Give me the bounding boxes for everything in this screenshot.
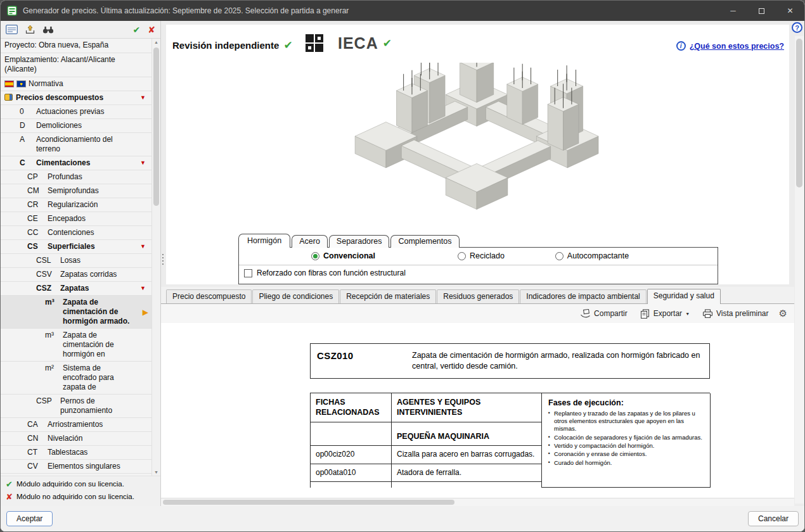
tree-item[interactable]: A Acondicionamiento del terreno ▼ ▶ — [1, 133, 151, 156]
product-tab[interactable]: Complementos — [390, 235, 459, 248]
agents-table: FICHAS RELACIONADAS AGENTES Y EQUIPOS IN… — [310, 393, 710, 488]
maximize-button[interactable] — [747, 1, 776, 21]
review-check-icon: ✔ — [283, 39, 292, 52]
tree-item-code: CV — [27, 462, 48, 471]
tree-item-label: Acondicionamiento del terreno — [36, 135, 139, 154]
tree-item-code: CSV — [36, 270, 60, 279]
preview-label: Vista preliminar — [716, 309, 768, 318]
expanded-arrow-icon: ▼ — [140, 160, 146, 167]
doc-tab[interactable]: Seguridad y salud — [647, 289, 721, 304]
fase-item: Vertido y compactación del hormigón. — [548, 442, 704, 450]
help-button[interactable]: ? — [792, 22, 802, 33]
doc-tab[interactable]: Pliego de condiciones — [252, 289, 339, 303]
tree-item[interactable]: CSP Pernos de punzonamiento ▼ ▶ — [1, 395, 151, 418]
spain-flag-icon — [4, 80, 14, 87]
checkbox-icon[interactable] — [244, 269, 252, 277]
tree-item[interactable]: 0 Actuaciones previas ▼ ▶ — [1, 105, 151, 119]
doc-tab[interactable]: Recepción de materiales — [340, 289, 436, 303]
license-legend: ✔ Módulo adquirido con su licencia. ✘ Mó… — [1, 476, 160, 506]
product-tab[interactable]: Hormigón — [238, 234, 290, 248]
tree-item[interactable]: CR Regularización ▼ ▶ — [1, 198, 151, 212]
confirm-check-icon[interactable]: ✔ — [133, 25, 141, 35]
tree-item[interactable]: C Cimentaciones ▼ ▶ — [1, 156, 151, 170]
scroll-up-icon[interactable]: ▲ — [152, 40, 160, 44]
tree-item[interactable]: CH Hormigones, aceros y ▼ ▶ — [1, 474, 151, 476]
share-icon — [580, 309, 591, 319]
doc-tab[interactable]: Precio descompuesto — [166, 289, 252, 303]
sidebar: ✔ ✘ Proyecto: Obra nueva, España Emplaza… — [1, 21, 161, 506]
fase-item: Colocación de separadores y fijación de … — [548, 434, 704, 441]
project-row[interactable]: Proyecto: Obra nueva, España — [1, 39, 151, 53]
legend-item: ✔ Módulo adquirido con su licencia. — [6, 480, 155, 488]
review-title-text: Revisión independiente — [172, 40, 279, 51]
tree-item[interactable]: D Demoliciones ▼ ▶ — [1, 119, 151, 133]
fiber-checkbox-row[interactable]: Reforzado con fibras con función estruct… — [239, 265, 718, 281]
app-icon — [7, 6, 17, 16]
tree-item[interactable]: CSL Losas ▼ ▶ — [1, 254, 151, 268]
tree-item-code: D — [20, 121, 36, 130]
doc-tab[interactable]: Residuos generados — [437, 289, 519, 303]
selected-arrow-icon: ▶ — [143, 307, 148, 317]
tree-item[interactable]: CA Arriostramientos ▼ ▶ — [1, 418, 151, 432]
cancel-cross-icon[interactable]: ✘ — [148, 25, 155, 35]
export-button[interactable]: Exportar ▼ — [636, 307, 694, 320]
tree-item-code: CSL — [36, 256, 60, 265]
tree-item[interactable]: m³ Zapata de cimentación de hormigón arm… — [1, 296, 151, 329]
tree-item-label: Semiprofundas — [48, 186, 139, 196]
tree-item[interactable]: CN Nivelación ▼ ▶ — [1, 432, 151, 446]
product-tab[interactable]: Separadores — [329, 235, 390, 248]
legend-item: ✘ Módulo no adquirido con su licencia. — [6, 493, 155, 501]
normativa-row[interactable]: Normativa — [1, 77, 151, 92]
close-button[interactable]: ✕ — [776, 1, 804, 21]
product-tabs: HormigónAceroSeparadoresComplementos — [238, 233, 461, 247]
main-scrollbar[interactable] — [795, 36, 804, 504]
doc-tab[interactable]: Indicadores de impacto ambiental — [520, 289, 646, 303]
location-row[interactable]: Emplazamiento: Alacant/Alicante (Alicant… — [1, 53, 151, 77]
tree-item[interactable]: CP Profundas ▼ ▶ — [1, 170, 151, 184]
tree-item-code: CS — [27, 242, 48, 251]
prices-book-icon — [4, 94, 13, 101]
share-button[interactable]: Compartir — [576, 307, 632, 320]
codes-list-icon[interactable] — [6, 25, 18, 34]
hscroll-thumb[interactable] — [163, 500, 454, 505]
gear-icon[interactable]: ⚙ — [777, 308, 789, 319]
radio-option[interactable]: Convencional — [311, 251, 375, 260]
tree-item[interactable]: CC Contenciones ▼ ▶ — [1, 226, 151, 240]
product-tab[interactable]: Acero — [292, 235, 328, 248]
tree-item[interactable]: CSV Zapatas corridas ▼ ▶ — [1, 268, 151, 282]
legend-text: Módulo adquirido con su licencia. — [16, 480, 124, 488]
tree-item[interactable]: CS Superficiales ▼ ▶ — [1, 240, 151, 254]
scroll-down-icon[interactable]: ▼ — [152, 470, 160, 474]
cancel-button[interactable]: Cancelar — [748, 511, 799, 526]
printer-icon — [702, 309, 713, 319]
minimize-button[interactable]: ─ — [719, 1, 747, 21]
accept-button[interactable]: Aceptar — [6, 511, 53, 526]
tree-item[interactable]: Precios descompuestos ▼ ▶ — [1, 91, 151, 105]
product-tab-label: Hormigón — [247, 236, 281, 245]
tree-item[interactable]: CT Tablestacas ▼ ▶ — [1, 446, 151, 460]
sidebar-scroll-thumb[interactable] — [153, 48, 159, 206]
tree-item[interactable]: m³ Zapata de cimentación de hormigón en … — [1, 329, 151, 362]
legend-text: Módulo no adquirido con su licencia. — [16, 493, 134, 500]
tree-item[interactable]: CE Encepados ▼ ▶ — [1, 212, 151, 226]
sidebar-scrollbar[interactable]: ▲ ▼ — [151, 39, 160, 476]
radio-circle-icon — [311, 252, 319, 260]
tree-item[interactable]: m² Sistema de encofrado para zapata de ▼… — [1, 362, 151, 395]
document-hscrollbar[interactable] — [161, 498, 794, 506]
radio-option[interactable]: Reciclado — [458, 251, 505, 260]
tree-item-label: Profundas — [48, 172, 139, 182]
radio-option[interactable]: Autocompactante — [555, 251, 629, 260]
tree-item[interactable]: CM Semiprofundas ▼ ▶ — [1, 184, 151, 198]
machine-code: op00ciz020 — [311, 446, 392, 464]
preview-button[interactable]: Vista preliminar — [698, 307, 773, 320]
doc-tab-label: Residuos generados — [443, 292, 513, 301]
fase-item: Curado del hormigón. — [548, 459, 704, 467]
prices-info-link[interactable]: i ¿Qué son estos precios? — [676, 41, 784, 51]
tree-item-code: C — [20, 158, 36, 168]
splitter-handle[interactable] — [161, 254, 165, 265]
export-upload-icon[interactable] — [25, 25, 35, 34]
tree-item[interactable]: CV Elementos singulares ▼ ▶ — [1, 460, 151, 474]
tree-item[interactable]: CSZ Zapatas ▼ ▶ — [1, 282, 151, 296]
main-scroll-thumb[interactable] — [796, 39, 802, 187]
search-binoculars-icon[interactable] — [42, 25, 54, 34]
